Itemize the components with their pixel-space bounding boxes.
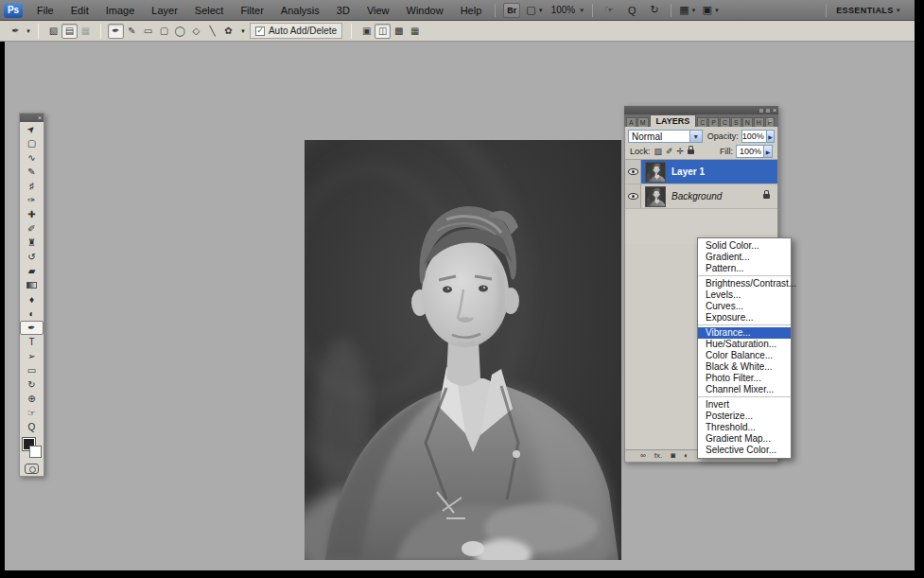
type-tool[interactable]: T [20,335,44,349]
collapse-icon[interactable] [759,109,763,113]
lasso-tool[interactable]: ∿ [20,150,44,165]
workspace-switcher-button[interactable]: ESSENTIALS ▼ [821,0,901,21]
launch-bridge-button[interactable]: Br [503,3,520,18]
panel-group-header[interactable]: × [624,106,778,114]
document-canvas[interactable] [305,140,621,560]
tools-palette-header[interactable]: :::: × [20,114,44,122]
layer-thumbnail[interactable] [645,186,666,207]
pen-tool-button[interactable]: ✒ [108,24,124,39]
collapse-icon[interactable] [766,109,770,113]
layer-style-icon[interactable]: fx. [654,452,662,460]
adjustment-menu-item[interactable]: Hue/Saturation... [698,339,791,350]
history-brush-tool[interactable]: ↺ [20,250,44,264]
freeform-pen-button[interactable]: ✎ [124,24,140,39]
menu-item[interactable]: Analysis [272,0,328,20]
fill-field[interactable]: 100% [736,145,764,158]
subtract-path-area-button[interactable]: ◫ [375,24,391,39]
opacity-field[interactable]: 100% [741,130,767,143]
quick-mask-mode-button[interactable] [25,464,39,474]
screen-mode-button[interactable]: ▣ ▼ [703,3,720,18]
zoom-level-dropdown[interactable]: 100% ▼ [549,3,585,18]
rectangular-marquee-tool[interactable]: ▢ [20,136,44,150]
pen-tool[interactable]: ✒ [20,321,44,335]
line-button[interactable]: ╲ [204,24,220,39]
panel-tab[interactable]: N [742,117,753,127]
adjustment-menu-item[interactable]: Invert [698,399,791,411]
custom-shape-button[interactable]: ✿ [220,24,236,39]
photo-of-boy[interactable] [305,140,621,560]
close-icon[interactable]: × [773,107,776,114]
panel-tab[interactable]: S [731,117,741,127]
layer-visibility-toggle[interactable] [625,184,641,208]
panel-tab[interactable]: LAYERS [650,114,697,127]
adjustment-menu-item[interactable]: Channel Mixer... [698,384,791,397]
rectangle-button[interactable]: ▭ [140,24,156,39]
opacity-spinner-icon[interactable]: ▶ [767,130,775,143]
menu-item[interactable]: File [28,0,62,20]
layer-thumbnail[interactable] [645,162,666,183]
menu-item[interactable]: View [358,0,398,20]
adjustment-menu-item[interactable]: Exposure... [698,312,791,325]
zoom-tool[interactable]: Q [20,420,44,434]
adjustment-menu-item[interactable]: Vibrance... [698,327,791,339]
hand-tool[interactable]: ☞ [20,406,44,420]
panel-tab[interactable]: H [754,117,764,127]
adjustment-menu-item[interactable]: Black & White... [698,361,791,373]
lock-transparency-icon[interactable]: ▨ [654,148,663,156]
3d-orbit-tool[interactable]: ⊕ [20,392,44,406]
menu-item[interactable]: Window [398,0,452,20]
brush-tool[interactable]: ✐ [20,221,44,236]
intersect-path-areas-button[interactable]: ▩ [391,24,407,39]
rounded-rectangle-button[interactable]: ▢ [156,24,172,39]
crop-tool[interactable]: ♯ [20,179,44,193]
lock-image-icon[interactable]: ✐ [666,148,673,156]
path-selection-tool[interactable]: ➢ [20,349,44,363]
adjustment-menu-item[interactable]: Brightness/Contrast... [698,278,791,289]
panel-tab[interactable]: P [708,117,719,127]
new-adjustment-layer-icon[interactable]: ◐ [684,452,689,460]
view-extras-button[interactable]: ▢ ▼ [526,3,543,18]
rectangle-tool[interactable]: ▭ [20,363,44,377]
clone-stamp-tool[interactable]: ♜ [20,236,44,250]
shape-layers-button[interactable]: ▧ [45,24,61,39]
blur-tool[interactable]: ♦ [20,292,44,307]
adjustment-menu-item[interactable]: Solid Color... [698,240,791,252]
add-path-area-button[interactable]: ▣ [358,24,375,39]
blend-mode-dropdown[interactable]: Normal ▼ [628,130,703,143]
lock-all-icon[interactable] [688,149,694,154]
adjustment-menu-item[interactable]: Pattern... [698,263,791,276]
panel-tab[interactable]: C [697,117,707,127]
panel-menu-icon[interactable]: ≡ [768,116,776,125]
polygon-button[interactable]: ◇ [188,24,204,39]
adjustment-menu-item[interactable]: Selective Color... [698,445,791,456]
adjustment-menu-item[interactable]: Posterize... [698,411,791,422]
menu-item[interactable]: Edit [62,0,97,20]
menu-item[interactable]: Help [452,0,491,20]
link-layers-icon[interactable]: ∞ [640,452,646,460]
adjustment-menu-item[interactable]: Threshold... [698,422,791,433]
gradient-tool[interactable] [20,278,44,292]
fill-pixels-button[interactable]: ▦ [78,24,94,39]
close-icon[interactable]: × [38,114,42,121]
move-tool[interactable]: ➤ [20,122,44,136]
quick-selection-tool[interactable]: ✎ [20,165,44,179]
background-color-swatch[interactable] [29,446,42,458]
adjustment-menu-item[interactable]: Levels... [698,289,791,301]
spot-healing-brush-tool[interactable]: ✚ [20,207,44,221]
auto-add-delete-checkbox[interactable]: ✓ Auto Add/Delete [250,23,342,39]
ellipse-button[interactable]: ◯ [172,24,188,39]
zoom-tool-button[interactable]: Q [623,3,640,18]
lock-position-icon[interactable]: ✛ [677,148,685,156]
menu-item[interactable]: Select [186,0,233,20]
adjustment-menu-item[interactable]: Gradient... [698,252,791,263]
add-layer-mask-icon[interactable]: ◙ [671,452,675,460]
arrange-documents-button[interactable]: ▦ ▼ [679,3,696,18]
adjustment-menu-item[interactable]: Color Balance... [698,350,791,361]
menu-item[interactable]: Image [97,0,144,20]
eraser-tool[interactable]: ▰ [20,264,44,278]
menu-item[interactable]: Filter [232,0,271,20]
hand-tool-button[interactable]: ☞ [601,3,618,18]
adjustment-menu-item[interactable]: Gradient Map... [698,433,791,445]
panel-tab[interactable]: C [720,117,730,127]
rotate-view-button[interactable]: ↻ [646,3,663,18]
